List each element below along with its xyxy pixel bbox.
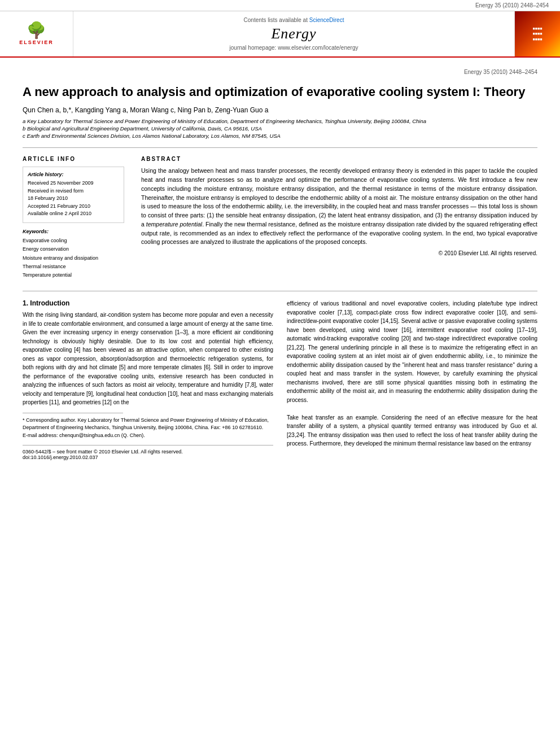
homepage-label: journal homepage: www.elsevier.com/locat… [230,45,358,51]
keywords-text: Evaporative cooling Energy conservation … [23,237,124,279]
divider-2 [23,291,537,291]
cover-text3: ■■■■ [533,37,542,42]
abstract-heading: ABSTRACT [141,156,537,162]
history-line-1: Received 25 November 2009 [28,180,119,187]
history-line-5: Available online 2 April 2010 [28,210,119,218]
elsevier-logo: 🌳 ELSEVIER [0,11,73,56]
paper-title: A new approach to analysis and optimizat… [23,84,537,101]
contents-label: Contents lists available at [244,17,309,23]
journal-homepage: journal homepage: www.elsevier.com/locat… [230,45,358,51]
journal-center: Contents lists available at ScienceDirec… [73,11,515,56]
affiliation-b: b Biological and Agricultural Engineerin… [23,125,537,132]
introduction-section: 1. Introduction With the rising living s… [23,299,537,460]
history-line-2: Received in revised form [28,187,119,195]
sciencedirect-link: Contents lists available at ScienceDirec… [244,17,344,23]
citation-line: Energy 35 (2010) 2448–2454 [23,69,537,75]
authors-line: Qun Chen a, b,*, Kangding Yang a, Moran … [23,106,537,114]
keyword-5: Temperature potential [23,271,124,279]
article-history-block: Article history: Received 25 November 20… [23,167,124,223]
copyright-text: © 2010 Elsevier Ltd. All rights reserved… [141,250,537,256]
article-abstract-section: ARTICLE INFO Article history: Received 2… [23,156,537,279]
page: Energy 35 (2010) 2448–2454 🌳 ELSEVIER Co… [0,0,560,747]
keyword-3: Moisture entransy and dissipation [23,254,124,263]
journal-title: Energy [271,25,316,42]
footnote-divider [23,413,123,413]
authors-text: Qun Chen a, b,*, Kangding Yang a, Moran … [23,106,268,114]
sciencedirect-anchor[interactable]: ScienceDirect [309,17,344,23]
history-text: Received 25 November 2009 Received in re… [28,180,119,218]
footer-line-2: doi:10.1016/j.energy.2010.02.037 [23,455,273,460]
main-content: Energy 35 (2010) 2448–2454 A new approac… [0,58,560,471]
abstract-text: Using the analogy between heat and mass … [141,167,537,247]
keywords-label: Keywords: [23,229,124,234]
history-label: Article history: [28,172,119,177]
journal-cover-image: ■■■■ ■■■■ ■■■■ [515,11,560,56]
intro-heading: 1. Introduction [23,299,273,307]
abstract-column: ABSTRACT Using the analogy between heat … [141,156,537,279]
cover-text2: ■■■■ [533,31,542,36]
affiliation-a: a Key Laboratory for Thermal Science and… [23,117,537,125]
intro-left: 1. Introduction With the rising living s… [23,299,273,460]
keyword-1: Evaporative cooling [23,237,124,245]
elsevier-logo-image: 🌳 ELSEVIER [11,20,62,48]
article-info-column: ARTICLE INFO Article history: Received 2… [23,156,124,279]
intro-right-text: efficiency of various traditional and no… [287,299,537,448]
affiliation-c: c Earth and Environmental Sciences Divis… [23,132,537,139]
keyword-2: Energy conservation [23,245,124,254]
journal-header: 🌳 ELSEVIER Contents lists available at S… [0,11,560,58]
history-line-4: Accepted 21 February 2010 [28,203,119,211]
elsevier-tree-icon: 🌳 [27,23,46,38]
article-info-heading: ARTICLE INFO [23,156,124,162]
footnote-email: E-mail address: chenqun@tsinghua.edu.cn … [23,432,273,440]
footnote-star: * Corresponding author. Key Laboratory f… [23,417,273,432]
divider-1 [23,147,537,148]
keyword-4: Thermal resistance [23,263,124,271]
citation-bar: Energy 35 (2010) 2448–2454 [0,0,560,11]
footer-bar: 0360-5442/$ – see front matter © 2010 El… [23,445,273,460]
intro-left-text: With the rising living standard, air-con… [23,311,273,407]
keywords-block: Keywords: Evaporative cooling Energy con… [23,229,124,279]
cover-text: ■■■■ [533,26,542,31]
footer-line-1: 0360-5442/$ – see front matter © 2010 El… [23,449,273,455]
intro-right: efficiency of various traditional and no… [287,299,537,460]
elsevier-brand-text: ELSEVIER [19,40,54,45]
history-line-3: 18 February 2010 [28,195,119,203]
affiliations: a Key Laboratory for Thermal Science and… [23,117,537,140]
citation-text: Energy 35 (2010) 2448–2454 [475,2,549,8]
